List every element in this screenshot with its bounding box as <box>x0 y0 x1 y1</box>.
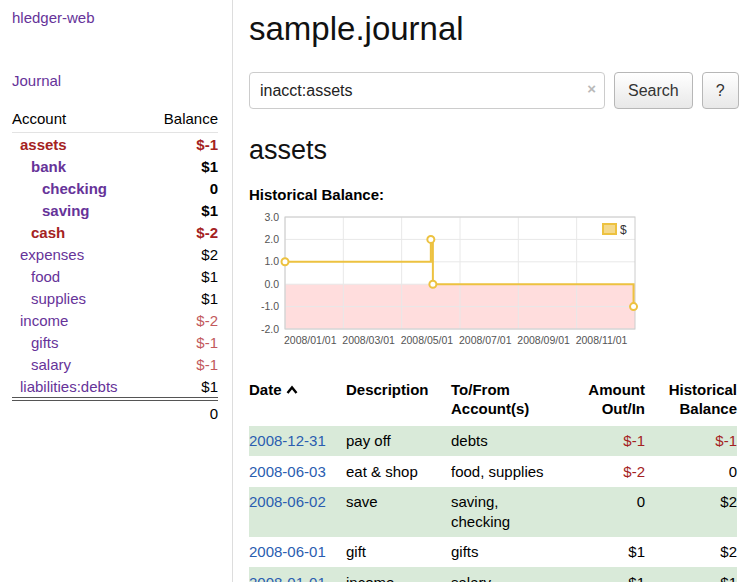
svg-text:1.0: 1.0 <box>264 255 279 267</box>
account-balance: $1 <box>148 199 218 221</box>
account-row: income$-2 <box>12 309 218 331</box>
account-link-saving[interactable]: saving <box>12 202 90 219</box>
clear-search-icon[interactable]: × <box>587 81 596 96</box>
register-accounts-cell: saving, checking <box>451 487 563 537</box>
transaction-date-link[interactable]: 2008-06-02 <box>249 493 326 510</box>
svg-text:0.0: 0.0 <box>264 278 279 290</box>
register-balance-cell: $-1 <box>645 426 737 457</box>
account-link-assets[interactable]: assets <box>12 136 67 153</box>
search-input-wrap: × <box>249 72 605 109</box>
svg-text:-2.0: -2.0 <box>261 323 279 335</box>
register-date-cell: 2008-06-03 <box>249 456 346 487</box>
register-balance-cell: $1 <box>645 567 737 582</box>
register-header-description: Description <box>346 377 451 426</box>
account-row: expenses$2 <box>12 243 218 265</box>
register-description-cell: eat & shop <box>346 456 451 487</box>
register-accounts-cell: salary <box>451 567 563 582</box>
accounts-balance-table: Account Balance assets$-1bank$1checking0… <box>12 107 218 425</box>
account-balance: 0 <box>148 177 218 199</box>
register-header-amount: Amount Out/In <box>563 377 645 426</box>
account-balance: $1 <box>148 155 218 177</box>
register-amount-cell: $1 <box>563 537 645 568</box>
account-balance: $1 <box>148 287 218 309</box>
accounts-header-row: Account Balance <box>12 107 218 133</box>
account-link-cash[interactable]: cash <box>12 224 65 241</box>
transaction-date-link[interactable]: 2008-06-01 <box>249 543 326 560</box>
accounts-header-balance: Balance <box>148 107 218 133</box>
account-balance: $-2 <box>148 309 218 331</box>
account-row: gifts$-1 <box>12 331 218 353</box>
sidebar-item-journal[interactable]: Journal <box>12 72 218 89</box>
account-link-salary[interactable]: salary <box>12 356 71 373</box>
register-row: 2008-06-02savesaving, checking0$2 <box>249 487 737 537</box>
page-title: sample.journal <box>249 10 739 48</box>
transaction-date-link[interactable]: 2008-12-31 <box>249 432 326 449</box>
account-row: checking0 <box>12 177 218 199</box>
accounts-total-spacer <box>12 399 148 425</box>
svg-text:2008/05/01: 2008/05/01 <box>401 334 454 346</box>
register-row: 2008-01-01incomesalary$1$1 <box>249 567 737 582</box>
account-balance: $-1 <box>148 353 218 375</box>
register-table: Date Description To/From Account(s) Amou… <box>249 377 737 582</box>
register-amount-cell: $-1 <box>563 426 645 457</box>
register-date-cell: 2008-06-02 <box>249 487 346 537</box>
account-balance: $-1 <box>148 133 218 156</box>
search-bar: × Search ? <box>249 72 739 109</box>
account-row: cash$-2 <box>12 221 218 243</box>
sidebar: hledger-web Journal Account Balance asse… <box>0 0 233 582</box>
svg-text:2008/07/01: 2008/07/01 <box>459 334 512 346</box>
account-link-bank[interactable]: bank <box>12 158 66 175</box>
register-amount-cell: 0 <box>563 487 645 537</box>
account-link-supplies[interactable]: supplies <box>12 290 86 307</box>
account-link-income[interactable]: income <box>12 312 68 329</box>
register-header-accounts: To/From Account(s) <box>451 377 563 426</box>
svg-text:$: $ <box>620 223 627 237</box>
register-row: 2008-06-01giftgifts$1$2 <box>249 537 737 568</box>
register-description-cell: save <box>346 487 451 537</box>
account-row: supplies$1 <box>12 287 218 309</box>
register-header-balance: Historical Balance <box>645 377 737 426</box>
register-balance-cell: 0 <box>645 456 737 487</box>
account-balance: $-2 <box>148 221 218 243</box>
svg-text:3.0: 3.0 <box>264 211 279 223</box>
transaction-date-link[interactable]: 2008-01-01 <box>249 574 326 582</box>
account-link-checking[interactable]: checking <box>12 180 107 197</box>
register-header-date[interactable]: Date <box>249 377 346 426</box>
account-balance: $2 <box>148 243 218 265</box>
account-row: salary$-1 <box>12 353 218 375</box>
svg-text:2008/03/01: 2008/03/01 <box>342 334 395 346</box>
account-link-food[interactable]: food <box>12 268 60 285</box>
account-balance: $1 <box>148 375 218 399</box>
register-header-row: Date Description To/From Account(s) Amou… <box>249 377 737 426</box>
accounts-total-row: 0 <box>12 399 218 425</box>
hledger-web-app: hledger-web Journal Account Balance asse… <box>0 0 742 582</box>
register-amount-cell: $-2 <box>563 456 645 487</box>
account-link-gifts[interactable]: gifts <box>12 334 59 351</box>
search-input[interactable] <box>249 72 605 109</box>
svg-text:2008/09/01: 2008/09/01 <box>517 334 570 346</box>
main-content: sample.journal × Search ? assets Histori… <box>233 0 742 582</box>
accounts-total-value: 0 <box>148 399 218 425</box>
svg-text:2008/11/01: 2008/11/01 <box>576 334 628 346</box>
svg-text:2.0: 2.0 <box>264 233 279 245</box>
historical-balance-chart: 3.02.01.00.0-1.0-2.02008/01/012008/03/01… <box>249 211 647 365</box>
register-balance-cell: $2 <box>645 537 737 568</box>
account-row: bank$1 <box>12 155 218 177</box>
account-heading: assets <box>249 135 739 166</box>
chart-canvas: 3.02.01.00.0-1.0-2.02008/01/012008/03/01… <box>249 211 647 361</box>
account-balance: $1 <box>148 265 218 287</box>
app-title-link[interactable]: hledger-web <box>12 9 218 26</box>
transaction-date-link[interactable]: 2008-06-03 <box>249 463 326 480</box>
register-accounts-cell: food, supplies <box>451 456 563 487</box>
search-button[interactable]: Search <box>614 72 693 109</box>
register-date-cell: 2008-12-31 <box>249 426 346 457</box>
register-description-cell: pay off <box>346 426 451 457</box>
account-row: food$1 <box>12 265 218 287</box>
sort-ascending-icon <box>285 385 299 395</box>
help-button[interactable]: ? <box>702 72 739 109</box>
svg-text:-1.0: -1.0 <box>261 300 279 312</box>
register-header-date-label: Date <box>249 381 282 398</box>
account-link-expenses[interactable]: expenses <box>12 246 84 263</box>
accounts-header-account: Account <box>12 107 148 133</box>
account-link-liabilities-debts[interactable]: liabilities:debts <box>12 378 118 395</box>
